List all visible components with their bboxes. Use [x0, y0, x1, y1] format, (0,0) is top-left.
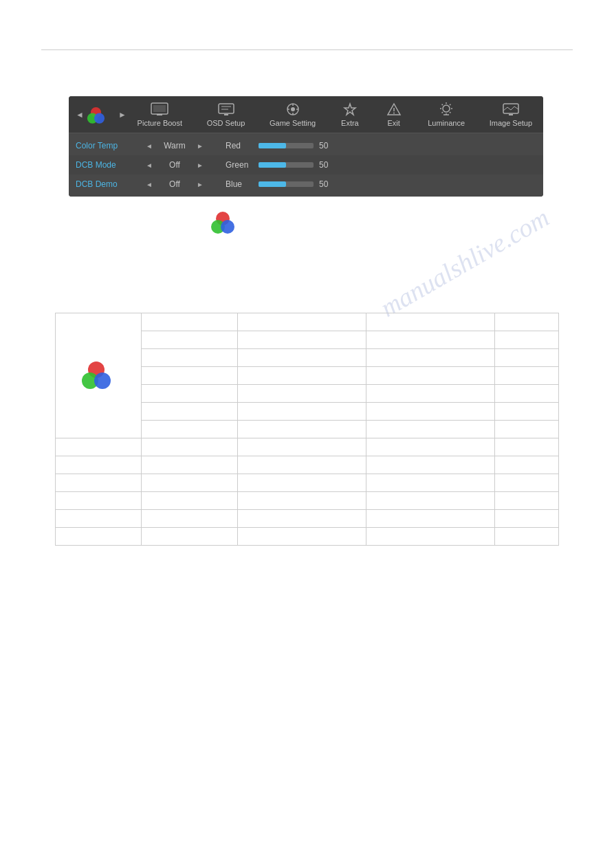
table-cell: [141, 528, 237, 546]
nav-item-luminance[interactable]: Luminance: [428, 102, 465, 127]
nav-item-osd-setup[interactable]: OSD Setup: [207, 102, 245, 127]
table-cell: [494, 528, 558, 546]
table-cell: [494, 349, 558, 367]
nav-item-game-setting[interactable]: Game Setting: [270, 102, 316, 127]
table-cell: [56, 510, 142, 528]
table-cell: [494, 492, 558, 510]
table-cell: [141, 331, 237, 349]
osd-nav-arrows: ◄ ►: [76, 105, 127, 124]
table-cell: [366, 331, 494, 349]
table-cell: [141, 313, 237, 331]
svg-point-34: [221, 220, 234, 234]
table-cell: [237, 474, 366, 492]
table-cell: [141, 510, 237, 528]
svg-point-19: [393, 113, 395, 114]
osd-row-2-number: 50: [319, 179, 336, 189]
osd-row-1-arrow-right[interactable]: ►: [195, 162, 205, 169]
nav-item-image-setup[interactable]: Image Setup: [490, 102, 532, 127]
table-cell: [494, 456, 558, 474]
nav-label-picture-boost: Picture Boost: [138, 119, 182, 127]
svg-point-37: [94, 372, 111, 389]
table-cell: [366, 403, 494, 421]
svg-rect-9: [224, 114, 228, 115]
osd-row-1-label: DCB Mode: [76, 160, 144, 170]
osd-row-0-number: 50: [319, 141, 336, 151]
osd-row-0-arrow-left[interactable]: ◄: [144, 142, 154, 150]
osd-row-0-label: Color Temp: [76, 141, 144, 151]
table-cell: [494, 367, 558, 385]
table-row: [56, 474, 559, 492]
table-cell: [56, 456, 142, 474]
table-cell: [237, 331, 366, 349]
table-row: [56, 438, 559, 456]
table-cell: [141, 438, 237, 456]
table-cell: [141, 474, 237, 492]
table-row: [56, 456, 559, 474]
osd-monitor-ui: ◄ ► Picture Boost: [69, 96, 543, 197]
table-cell: [366, 456, 494, 474]
osd-row-0-value: Warm: [154, 141, 195, 151]
nav-label-osd-setup: OSD Setup: [207, 119, 245, 127]
table-cell: [366, 385, 494, 403]
table-cell: [494, 331, 558, 349]
table-cell: [494, 403, 558, 421]
table-cell: [494, 385, 558, 403]
osd-row-1-number: 50: [319, 160, 336, 170]
nav-label-image-setup: Image Setup: [490, 119, 532, 127]
osd-row-1-arrow-left[interactable]: ◄: [144, 162, 154, 169]
osd-row-2-label: DCB Demo: [76, 179, 144, 189]
table-cell: [141, 367, 237, 385]
svg-line-25: [442, 104, 443, 105]
nav-item-extra[interactable]: Extra: [340, 102, 360, 127]
svg-rect-5: [157, 114, 162, 115]
osd-row-2-arrow-left[interactable]: ◄: [144, 181, 154, 188]
table-cell: [141, 456, 237, 474]
luminance-icon: [437, 102, 456, 117]
osd-row-2-slider[interactable]: [259, 181, 314, 187]
table-row: [56, 510, 559, 528]
svg-point-2: [94, 113, 105, 123]
osd-row-1-right-label: Green: [226, 160, 253, 170]
table-cell: [237, 492, 366, 510]
table-cell: [237, 421, 366, 438]
table-cell: [237, 313, 366, 331]
osd-setup-icon: [217, 102, 236, 117]
table-cell: [237, 349, 366, 367]
svg-line-28: [442, 112, 443, 113]
svg-rect-4: [153, 105, 166, 112]
table-cell: [366, 474, 494, 492]
osd-row-0-arrow-right[interactable]: ►: [195, 142, 205, 150]
table-icon-cell: [56, 313, 142, 438]
picture-boost-icon: [150, 102, 169, 117]
osd-row-1-slider[interactable]: [259, 162, 314, 168]
data-table: [55, 313, 559, 546]
table-cell: [366, 492, 494, 510]
osd-row-0-slider[interactable]: [259, 143, 314, 148]
table-cell: [366, 349, 494, 367]
table-cell: [56, 438, 142, 456]
osd-menu-row-1: DCB Mode ◄ Off ► Green 50: [69, 155, 543, 175]
osd-arrow-left[interactable]: ◄: [76, 110, 84, 120]
osd-row-1-slider-fill: [259, 162, 286, 168]
osd-row-0-slider-fill: [259, 143, 286, 148]
osd-row-2-slider-fill: [259, 181, 286, 187]
osd-arrow-right[interactable]: ►: [118, 110, 127, 120]
table-cell: [237, 403, 366, 421]
table-cell: [366, 367, 494, 385]
svg-rect-31: [509, 114, 513, 115]
table-cell: [494, 438, 558, 456]
nav-item-picture-boost[interactable]: Picture Boost: [138, 102, 182, 127]
game-setting-icon: [283, 102, 303, 117]
extra-icon: [340, 102, 360, 117]
svg-rect-6: [219, 104, 234, 113]
nav-item-exit[interactable]: Exit: [384, 102, 404, 127]
table-cell: [494, 474, 558, 492]
table-cell: [141, 385, 237, 403]
table-cell: [56, 528, 142, 546]
osd-row-2-right-label: Blue: [226, 179, 253, 189]
table-cell: [366, 421, 494, 438]
osd-menu-row-0: Color Temp ◄ Warm ► Red 50: [69, 136, 543, 155]
table-row: [56, 492, 559, 510]
data-table-container: [55, 313, 559, 546]
osd-row-2-arrow-right[interactable]: ►: [195, 181, 205, 188]
